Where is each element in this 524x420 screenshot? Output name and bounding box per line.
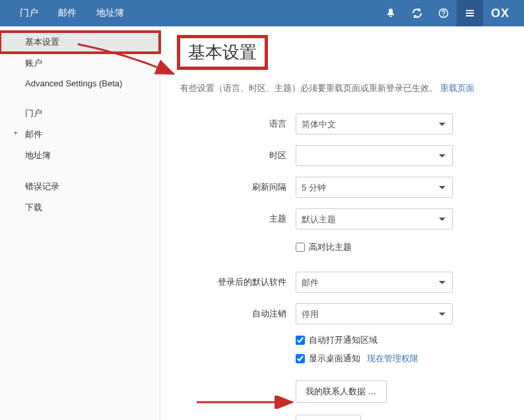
label-language: 语言 xyxy=(180,118,296,130)
sidebar-item-basic-settings[interactable]: 基本设置 xyxy=(0,32,160,53)
bell-icon[interactable] xyxy=(377,0,404,26)
menu-icon[interactable] xyxy=(457,0,483,26)
select-timezone[interactable] xyxy=(296,145,453,166)
label-auto-logout: 自动注销 xyxy=(180,308,296,320)
checkbox-auto-open-notify[interactable] xyxy=(296,336,305,345)
help-icon[interactable] xyxy=(430,0,457,26)
sidebar-item-mail[interactable]: 邮件 xyxy=(0,124,160,145)
sidebar-item-addressbook[interactable]: 地址簿 xyxy=(0,145,160,166)
select-refresh[interactable]: 5 分钟 xyxy=(296,177,453,198)
select-language[interactable]: 简体中文 xyxy=(296,113,453,135)
select-default-app[interactable]: 邮件 xyxy=(296,272,453,293)
checkbox-high-contrast[interactable] xyxy=(296,243,305,252)
label-high-contrast: 高对比主题 xyxy=(309,241,352,253)
ox-logo: OX xyxy=(483,7,517,20)
label-theme: 主题 xyxy=(180,213,296,225)
checkbox-desktop-notify[interactable] xyxy=(296,354,305,363)
reload-notice: 有些设置（语言、时区、主题）必须要重载页面或重新登录已生效。 重载页面 xyxy=(180,82,504,94)
sidebar-item-portal[interactable]: 门户 xyxy=(0,103,160,124)
my-contacts-button[interactable]: 我的联系人数据 … xyxy=(296,380,387,403)
top-navbar: 门户 邮件 地址簿 OX xyxy=(0,0,524,26)
nav-addressbook[interactable]: 地址簿 xyxy=(86,1,134,26)
sidebar-item-advanced[interactable]: Advanced Settings (Beta) xyxy=(0,74,160,93)
sidebar-item-errorlog[interactable]: 错误记录 xyxy=(0,176,160,197)
nav-mail[interactable]: 邮件 xyxy=(48,1,86,26)
label-desktop-notify: 显示桌面通知 xyxy=(309,353,360,365)
svg-rect-2 xyxy=(466,13,474,14)
change-password-button[interactable]: 更改密码 … xyxy=(296,415,361,420)
label-default-app: 登录后的默认软件 xyxy=(180,276,296,288)
settings-sidebar: 基本设置 账户 Advanced Settings (Beta) 门户 邮件 地… xyxy=(0,26,160,420)
svg-rect-1 xyxy=(466,10,474,11)
main-content: 基本设置 有些设置（语言、时区、主题）必须要重载页面或重新登录已生效。 重载页面… xyxy=(160,26,524,420)
label-timezone: 时区 xyxy=(180,150,296,162)
select-theme[interactable]: 默认主题 xyxy=(296,208,453,229)
svg-rect-3 xyxy=(466,15,474,16)
select-auto-logout[interactable]: 停用 xyxy=(296,303,453,324)
sidebar-item-account[interactable]: 账户 xyxy=(0,53,160,74)
page-title: 基本设置 xyxy=(180,38,265,67)
reload-page-link[interactable]: 重载页面 xyxy=(440,83,475,93)
sidebar-item-download[interactable]: 下载 xyxy=(0,197,160,218)
label-refresh: 刷新间隔 xyxy=(180,181,296,193)
refresh-icon[interactable] xyxy=(404,0,430,26)
label-auto-open-notify: 自动打开通知区域 xyxy=(309,334,377,346)
manage-permissions-link[interactable]: 现在管理权限 xyxy=(367,353,418,365)
nav-portal[interactable]: 门户 xyxy=(10,1,48,26)
